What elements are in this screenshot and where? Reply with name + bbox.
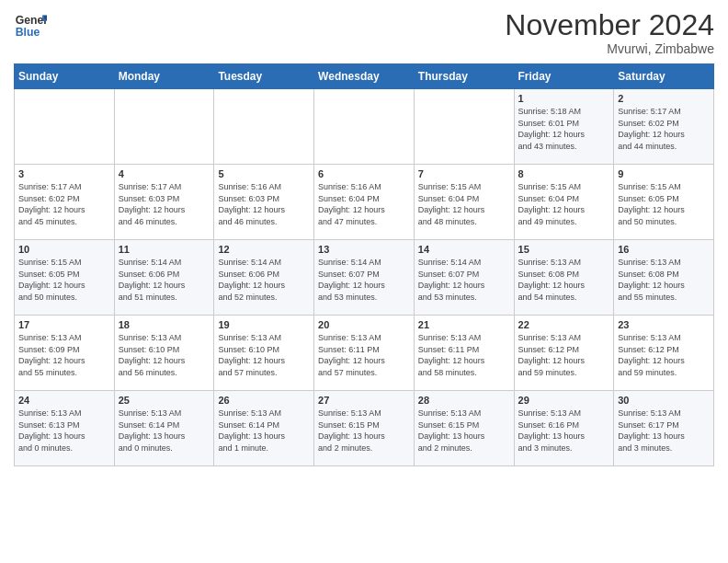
day-number: 29 (518, 395, 610, 406)
day-info: Sunrise: 5:13 AM Sunset: 6:11 PM Dayligh… (418, 332, 510, 378)
header-day-wednesday: Wednesday (314, 64, 415, 89)
calendar-cell: 18Sunrise: 5:13 AM Sunset: 6:10 PM Dayli… (114, 316, 214, 391)
header-row: SundayMondayTuesdayWednesdayThursdayFrid… (15, 64, 714, 89)
day-number: 15 (518, 244, 610, 255)
calendar-cell: 16Sunrise: 5:13 AM Sunset: 6:08 PM Dayli… (614, 240, 714, 316)
calendar-cell: 25Sunrise: 5:13 AM Sunset: 6:14 PM Dayli… (114, 391, 214, 466)
header-day-monday: Monday (114, 64, 214, 89)
header-day-thursday: Thursday (414, 64, 514, 89)
day-number: 9 (618, 168, 710, 179)
calendar-cell: 24Sunrise: 5:13 AM Sunset: 6:13 PM Dayli… (15, 391, 115, 466)
calendar-cell: 19Sunrise: 5:13 AM Sunset: 6:10 PM Dayli… (214, 316, 314, 391)
day-info: Sunrise: 5:14 AM Sunset: 6:07 PM Dayligh… (318, 257, 410, 303)
day-number: 23 (618, 319, 710, 330)
day-info: Sunrise: 5:13 AM Sunset: 6:09 PM Dayligh… (18, 332, 110, 378)
day-number: 25 (119, 395, 210, 406)
day-info: Sunrise: 5:13 AM Sunset: 6:08 PM Dayligh… (518, 257, 610, 303)
header-day-tuesday: Tuesday (214, 64, 314, 89)
day-info: Sunrise: 5:14 AM Sunset: 6:06 PM Dayligh… (218, 257, 310, 303)
day-info: Sunrise: 5:16 AM Sunset: 6:03 PM Dayligh… (218, 181, 310, 227)
day-info: Sunrise: 5:17 AM Sunset: 6:02 PM Dayligh… (618, 106, 710, 152)
calendar-cell: 3Sunrise: 5:17 AM Sunset: 6:02 PM Daylig… (15, 165, 115, 240)
calendar-cell: 4Sunrise: 5:17 AM Sunset: 6:03 PM Daylig… (114, 165, 214, 240)
day-number: 11 (119, 244, 210, 255)
week-row-3: 10Sunrise: 5:15 AM Sunset: 6:05 PM Dayli… (15, 240, 714, 316)
day-number: 16 (618, 244, 710, 255)
week-row-5: 24Sunrise: 5:13 AM Sunset: 6:13 PM Dayli… (15, 391, 714, 466)
day-number: 24 (18, 395, 110, 406)
calendar-cell (15, 89, 115, 165)
calendar-cell: 13Sunrise: 5:14 AM Sunset: 6:07 PM Dayli… (314, 240, 415, 316)
calendar-cell: 22Sunrise: 5:13 AM Sunset: 6:12 PM Dayli… (514, 316, 614, 391)
day-info: Sunrise: 5:13 AM Sunset: 6:14 PM Dayligh… (218, 408, 310, 454)
day-info: Sunrise: 5:13 AM Sunset: 6:15 PM Dayligh… (318, 408, 410, 454)
day-number: 14 (418, 244, 510, 255)
calendar-cell (314, 89, 415, 165)
calendar-cell: 21Sunrise: 5:13 AM Sunset: 6:11 PM Dayli… (414, 316, 514, 391)
calendar-cell: 10Sunrise: 5:15 AM Sunset: 6:05 PM Dayli… (15, 240, 115, 316)
calendar-header: SundayMondayTuesdayWednesdayThursdayFrid… (15, 64, 714, 89)
day-number: 7 (418, 168, 510, 179)
day-number: 26 (218, 395, 310, 406)
day-number: 20 (318, 319, 410, 330)
header-day-sunday: Sunday (15, 64, 115, 89)
calendar-cell: 14Sunrise: 5:14 AM Sunset: 6:07 PM Dayli… (414, 240, 514, 316)
day-number: 17 (18, 319, 110, 330)
day-info: Sunrise: 5:16 AM Sunset: 6:04 PM Dayligh… (318, 181, 410, 227)
day-number: 18 (119, 319, 210, 330)
calendar-cell: 29Sunrise: 5:13 AM Sunset: 6:16 PM Dayli… (514, 391, 614, 466)
day-number: 3 (18, 168, 110, 179)
day-info: Sunrise: 5:13 AM Sunset: 6:10 PM Dayligh… (119, 332, 210, 378)
day-number: 28 (418, 395, 510, 406)
day-number: 5 (218, 168, 310, 179)
day-number: 21 (418, 319, 510, 330)
week-row-4: 17Sunrise: 5:13 AM Sunset: 6:09 PM Dayli… (15, 316, 714, 391)
calendar-cell: 9Sunrise: 5:15 AM Sunset: 6:05 PM Daylig… (614, 165, 714, 240)
header: General Blue November 2024 Mvurwi, Zimba… (14, 9, 714, 56)
calendar-cell: 1Sunrise: 5:18 AM Sunset: 6:01 PM Daylig… (514, 89, 614, 165)
month-title: November 2024 (505, 9, 714, 41)
day-number: 22 (518, 319, 610, 330)
day-info: Sunrise: 5:13 AM Sunset: 6:16 PM Dayligh… (518, 408, 610, 454)
svg-text:General: General (16, 14, 47, 27)
day-info: Sunrise: 5:17 AM Sunset: 6:03 PM Dayligh… (119, 181, 210, 227)
calendar-cell: 20Sunrise: 5:13 AM Sunset: 6:11 PM Dayli… (314, 316, 415, 391)
calendar-cell: 2Sunrise: 5:17 AM Sunset: 6:02 PM Daylig… (614, 89, 714, 165)
week-row-2: 3Sunrise: 5:17 AM Sunset: 6:02 PM Daylig… (15, 165, 714, 240)
calendar-cell (414, 89, 514, 165)
calendar-body: 1Sunrise: 5:18 AM Sunset: 6:01 PM Daylig… (15, 89, 714, 466)
calendar-cell (114, 89, 214, 165)
day-number: 4 (119, 168, 210, 179)
day-info: Sunrise: 5:13 AM Sunset: 6:14 PM Dayligh… (119, 408, 210, 454)
calendar-cell: 6Sunrise: 5:16 AM Sunset: 6:04 PM Daylig… (314, 165, 415, 240)
title-area: November 2024 Mvurwi, Zimbabwe (505, 9, 714, 56)
day-info: Sunrise: 5:13 AM Sunset: 6:17 PM Dayligh… (618, 408, 710, 454)
calendar-cell (214, 89, 314, 165)
calendar-cell: 17Sunrise: 5:13 AM Sunset: 6:09 PM Dayli… (15, 316, 115, 391)
day-info: Sunrise: 5:13 AM Sunset: 6:12 PM Dayligh… (518, 332, 610, 378)
day-info: Sunrise: 5:13 AM Sunset: 6:10 PM Dayligh… (218, 332, 310, 378)
day-info: Sunrise: 5:15 AM Sunset: 6:04 PM Dayligh… (518, 181, 610, 227)
day-number: 6 (318, 168, 410, 179)
day-info: Sunrise: 5:15 AM Sunset: 6:05 PM Dayligh… (618, 181, 710, 227)
day-number: 1 (518, 93, 610, 104)
day-number: 30 (618, 395, 710, 406)
calendar-cell: 7Sunrise: 5:15 AM Sunset: 6:04 PM Daylig… (414, 165, 514, 240)
day-info: Sunrise: 5:13 AM Sunset: 6:13 PM Dayligh… (18, 408, 110, 454)
calendar-cell: 12Sunrise: 5:14 AM Sunset: 6:06 PM Dayli… (214, 240, 314, 316)
logo-icon: General Blue (14, 9, 47, 42)
day-info: Sunrise: 5:15 AM Sunset: 6:04 PM Dayligh… (418, 181, 510, 227)
calendar-cell: 26Sunrise: 5:13 AM Sunset: 6:14 PM Dayli… (214, 391, 314, 466)
day-info: Sunrise: 5:14 AM Sunset: 6:07 PM Dayligh… (418, 257, 510, 303)
logo: General Blue (14, 9, 47, 42)
day-info: Sunrise: 5:13 AM Sunset: 6:11 PM Dayligh… (318, 332, 410, 378)
page: General Blue November 2024 Mvurwi, Zimba… (0, 0, 728, 476)
day-number: 27 (318, 395, 410, 406)
day-number: 19 (218, 319, 310, 330)
day-info: Sunrise: 5:13 AM Sunset: 6:08 PM Dayligh… (618, 257, 710, 303)
day-info: Sunrise: 5:13 AM Sunset: 6:15 PM Dayligh… (418, 408, 510, 454)
day-number: 2 (618, 93, 710, 104)
svg-text:Blue: Blue (16, 26, 40, 39)
day-info: Sunrise: 5:14 AM Sunset: 6:06 PM Dayligh… (119, 257, 210, 303)
week-row-1: 1Sunrise: 5:18 AM Sunset: 6:01 PM Daylig… (15, 89, 714, 165)
